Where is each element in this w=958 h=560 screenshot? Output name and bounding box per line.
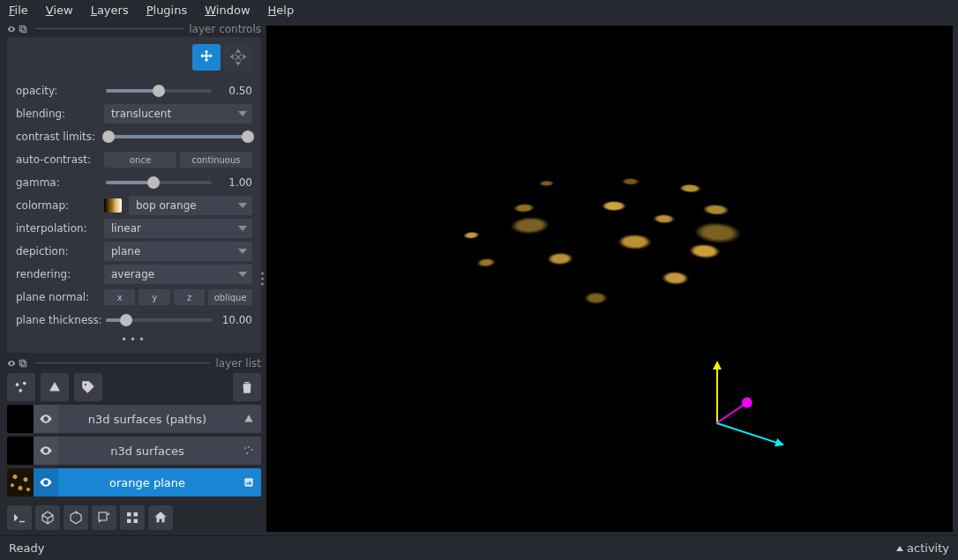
plane-thickness-slider[interactable] <box>104 313 213 327</box>
depiction-value: plane <box>111 245 140 258</box>
layer-thumbnail <box>7 405 34 433</box>
new-shapes-button[interactable] <box>41 373 69 401</box>
layer-type-icon <box>236 413 261 425</box>
eye-icon[interactable] <box>7 359 16 368</box>
menubar: File View Layers Plugins Window Help <box>0 0 958 22</box>
menu-view[interactable]: View <box>46 4 73 17</box>
plane-normal-oblique-button[interactable]: oblique <box>208 289 252 305</box>
chevron-down-icon <box>238 272 247 277</box>
gamma-slider[interactable] <box>104 175 213 190</box>
svg-rect-3 <box>21 362 26 367</box>
interpolation-select[interactable]: linear <box>104 219 252 238</box>
plane-normal-label: plane normal: <box>16 291 104 303</box>
svg-rect-12 <box>244 478 252 486</box>
interpolation-label: interpolation: <box>16 222 104 235</box>
opacity-value: 0.50 <box>221 85 252 97</box>
menu-help[interactable]: Help <box>268 4 295 17</box>
svg-rect-16 <box>127 519 131 524</box>
popout-icon[interactable] <box>19 359 27 368</box>
transpose-button[interactable] <box>92 505 116 530</box>
layer-visibility-button[interactable] <box>34 437 58 465</box>
roll-dims-button[interactable] <box>64 505 88 530</box>
layer-type-icon <box>236 444 261 457</box>
pan-zoom-button[interactable] <box>192 44 221 71</box>
eye-icon[interactable] <box>7 25 16 34</box>
viewer-buttons <box>7 497 261 535</box>
new-labels-button[interactable] <box>74 373 102 401</box>
opacity-label: opacity: <box>16 85 104 97</box>
delete-layer-button[interactable] <box>233 373 261 401</box>
layer-item[interactable]: n3d surfaces (paths) <box>7 405 261 433</box>
svg-rect-17 <box>134 519 138 524</box>
axes-overlay <box>709 359 789 447</box>
left-panel: layer controls opacity: 0.50 <box>0 22 265 535</box>
layer-type-icon <box>236 476 261 489</box>
plane-thickness-label: plane thickness: <box>16 314 104 326</box>
chevron-down-icon <box>238 249 247 254</box>
layer-visibility-button[interactable] <box>34 405 58 433</box>
colormap-value: bop orange <box>136 199 197 212</box>
transform-button[interactable] <box>224 44 252 71</box>
svg-point-6 <box>19 389 22 392</box>
layer-thumbnail <box>7 468 34 497</box>
svg-rect-14 <box>127 512 131 517</box>
grid-button[interactable] <box>120 505 145 530</box>
layer-controls-title: layer controls <box>189 23 261 35</box>
svg-rect-0 <box>19 26 25 31</box>
rendering-value: average <box>111 268 154 280</box>
plane-normal-x-button[interactable]: x <box>104 289 135 305</box>
chevron-down-icon <box>238 203 247 208</box>
ndisplay-button[interactable] <box>35 505 60 530</box>
autocontrast-once-button[interactable]: once <box>104 152 176 168</box>
layer-item[interactable]: n3d surfaces <box>7 437 261 465</box>
svg-point-11 <box>246 452 248 454</box>
svg-point-8 <box>244 447 246 449</box>
depiction-select[interactable]: plane <box>104 242 252 261</box>
layer-list-title: layer list <box>215 357 261 370</box>
layer-name: n3d surfaces (paths) <box>58 413 236 426</box>
popout-icon[interactable] <box>19 25 27 34</box>
menu-file[interactable]: File <box>9 4 28 17</box>
main-row: layer controls opacity: 0.50 <box>0 22 958 535</box>
opacity-slider[interactable] <box>104 84 213 98</box>
colormap-select[interactable]: bop orange <box>129 196 252 215</box>
home-button[interactable] <box>148 505 173 530</box>
depiction-label: depiction: <box>16 245 104 258</box>
interpolation-value: linear <box>111 222 141 235</box>
gamma-value: 1.00 <box>221 176 252 189</box>
layer-controls-panel: opacity: 0.50 blending: translucent cont… <box>7 37 261 353</box>
svg-rect-1 <box>21 27 26 33</box>
contrast-range-slider[interactable] <box>104 130 252 144</box>
console-button[interactable] <box>7 505 32 530</box>
status-text: Ready <box>9 541 44 555</box>
plane-normal-y-button[interactable]: y <box>138 289 169 305</box>
rendered-plane <box>349 136 884 395</box>
panel-resize-handle[interactable] <box>261 273 264 286</box>
plane-normal-z-button[interactable]: z <box>174 289 205 305</box>
statusbar: Ready activity <box>0 535 958 560</box>
menu-layers[interactable]: Layers <box>91 4 129 17</box>
activity-button[interactable]: activity <box>896 541 949 555</box>
rendering-select[interactable]: average <box>104 265 252 284</box>
blending-select[interactable]: translucent <box>104 104 252 123</box>
gamma-label: gamma: <box>16 176 104 189</box>
menu-window[interactable]: Window <box>205 4 250 17</box>
contrast-label: contrast limits: <box>16 131 104 143</box>
svg-point-4 <box>16 383 19 386</box>
autocontrast-label: auto-contrast: <box>16 153 104 166</box>
layer-item[interactable]: orange plane <box>7 468 261 497</box>
axis-cyan-icon <box>717 422 783 445</box>
new-points-button[interactable] <box>7 373 35 401</box>
canvas[interactable] <box>266 26 953 532</box>
rendering-label: rendering: <box>16 268 104 280</box>
layer-list-header: layer list <box>7 356 261 370</box>
menu-plugins[interactable]: Plugins <box>146 4 188 17</box>
svg-rect-15 <box>134 512 138 517</box>
colormap-label: colormap: <box>16 199 104 212</box>
chevron-down-icon <box>238 226 247 231</box>
autocontrast-continuous-button[interactable]: continuous <box>180 152 252 168</box>
plane-thickness-value: 10.00 <box>221 314 252 326</box>
more-controls-icon[interactable]: ••• <box>16 333 252 346</box>
layer-visibility-button[interactable] <box>34 468 58 497</box>
svg-point-10 <box>251 449 253 451</box>
